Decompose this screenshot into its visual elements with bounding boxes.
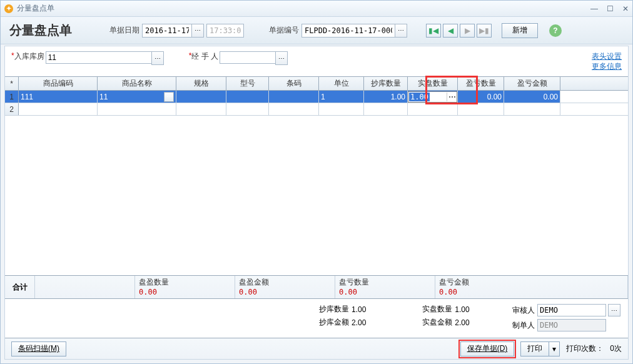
warehouse-lookup-button[interactable]: ⋯ (151, 51, 164, 65)
warehouse-input[interactable] (46, 51, 152, 64)
new-button[interactable]: 新增 (502, 23, 538, 38)
handler-label: 经 手 人 (191, 51, 218, 62)
date-input[interactable] (142, 24, 192, 38)
help-icon[interactable]: ? (549, 24, 562, 37)
nav-first-button[interactable]: ▮◀ (426, 24, 441, 38)
copy-qty-value: 1.00 (352, 305, 366, 314)
real-amt-label: 实盘金额 (422, 317, 452, 328)
nav-buttons: ▮◀ ◀ ▶ ▶▮ (426, 24, 492, 38)
cell-name[interactable]: 11 ⋯ (98, 91, 176, 103)
maximize-button[interactable]: ☐ (607, 4, 614, 13)
save-button[interactable]: 保存单据(D) (460, 341, 515, 356)
auditor-label: 审核人 (512, 305, 535, 316)
nav-last-button[interactable]: ▶▮ (477, 24, 492, 38)
print-button[interactable]: 打印 (520, 341, 549, 356)
cell-diff-qty[interactable] (458, 103, 504, 115)
cell-model[interactable] (226, 91, 269, 103)
copy-amt-value: 2.00 (352, 318, 366, 327)
auditor-input[interactable] (537, 304, 606, 316)
totals-label: 合计 (5, 276, 35, 298)
cell-copy-qty[interactable] (364, 103, 408, 115)
close-button[interactable]: ✕ (622, 4, 629, 13)
header-setting-link[interactable]: 表头设置 (592, 51, 622, 61)
col-real-qty[interactable]: 实盘数量 (408, 77, 458, 90)
cell-diff-amt[interactable]: 0.00 (504, 91, 560, 103)
time-input[interactable] (206, 24, 244, 38)
cell-unit[interactable]: 1 (319, 91, 364, 103)
grid-header: * 商品编码 商品名称 规格 型号 条码 单位 抄库数量 实盘数量 盈亏数量 盈… (5, 77, 628, 91)
data-grid: * 商品编码 商品名称 规格 型号 条码 单位 抄库数量 实盘数量 盈亏数量 盈… (5, 76, 628, 116)
row-number: 2 (5, 103, 19, 115)
header: 分量盘点单 单据日期 ⋯ 单据编号 ⋯ ▮◀ ◀ ▶ ▶▮ 新增 ? (1, 17, 632, 44)
warehouse-label: 入库库房 (14, 51, 44, 62)
footer: 条码扫描(M) 保存单据(D) 打印 ▾ 打印次数： 0次 (5, 338, 628, 359)
col-star[interactable]: * (5, 77, 19, 90)
docno-input[interactable] (301, 24, 395, 38)
summary-bar: 抄库数量 1.00 抄库金额 2.00 实盘数量 1.00 实盘金额 2.00 … (5, 300, 628, 336)
cell-spec[interactable] (176, 91, 226, 103)
window: ✦ 分量盘点单 — ☐ ✕ 分量盘点单 单据日期 ⋯ 单据编号 ⋯ ▮◀ ◀ ▶… (0, 0, 633, 364)
real-qty-label: 实盘数量 (422, 304, 452, 315)
real-qty-editor[interactable]: 1.00 ⋯ (408, 91, 457, 103)
print-count-label: 打印次数： (566, 343, 604, 354)
barcode-scan-button[interactable]: 条码扫描(M) (11, 341, 66, 356)
surplus-qty-label: 盘盈数量 (139, 277, 231, 288)
deficit-amt-label: 盘亏金额 (439, 277, 624, 288)
more-info-link[interactable]: 更多信息 (592, 61, 622, 71)
cell-unit[interactable] (319, 103, 364, 115)
cell-code[interactable]: 111 (19, 91, 98, 103)
nav-prev-button[interactable]: ◀ (443, 24, 458, 38)
window-title: 分量盘点单 (17, 3, 54, 14)
print-count-value: 0次 (610, 343, 622, 354)
table-row[interactable]: 1 111 11 ⋯ 1 1.00 1.00 ⋯ 0.00 0 (5, 91, 628, 103)
handler-lookup-button[interactable]: ⋯ (275, 51, 288, 65)
cell-diff-qty[interactable]: 0.00 (458, 91, 504, 103)
copy-qty-label: 抄库数量 (319, 304, 349, 315)
titlebar: ✦ 分量盘点单 — ☐ ✕ (1, 1, 632, 17)
col-name[interactable]: 商品名称 (98, 77, 176, 90)
col-code[interactable]: 商品编码 (19, 77, 98, 90)
filter-bar: * 入库库房 ⋯ * 经 手 人 ⋯ 表头设置 更多信息 (5, 46, 628, 76)
print-dropdown-button[interactable]: ▾ (549, 341, 560, 356)
handler-input[interactable] (220, 51, 276, 64)
cell-name[interactable] (98, 103, 176, 115)
name-lookup-button[interactable]: ⋯ (164, 92, 174, 102)
docno-lookup-button[interactable]: ⋯ (395, 24, 407, 38)
col-model[interactable]: 型号 (226, 77, 269, 90)
docno-label: 单据编号 (269, 25, 299, 36)
col-diff-qty[interactable]: 盈亏数量 (458, 77, 504, 90)
surplus-amt-label: 盘盈金额 (239, 277, 331, 288)
cell-copy-qty[interactable]: 1.00 (364, 91, 408, 103)
col-unit[interactable]: 单位 (319, 77, 364, 90)
col-spec[interactable]: 规格 (176, 77, 226, 90)
real-qty-lookup-button[interactable]: ⋯ (447, 93, 457, 101)
cell-barcode[interactable] (269, 91, 319, 103)
date-label: 单据日期 (109, 25, 139, 36)
cell-code[interactable] (19, 103, 98, 115)
maker-label: 制单人 (512, 320, 535, 331)
nav-next-button[interactable]: ▶ (460, 24, 475, 38)
col-diff-amt[interactable]: 盈亏金额 (504, 77, 560, 90)
deficit-amt-value: 0.00 (439, 288, 457, 296)
totals-bar: 合计 盘盈数量 0.00 盘盈金额 0.00 盘亏数量 0.00 盘亏金额 0.… (5, 275, 628, 299)
cell-real-qty[interactable]: 1.00 ⋯ (408, 91, 458, 103)
cell-spec[interactable] (176, 103, 226, 115)
auditor-lookup-button[interactable]: ⋯ (608, 304, 620, 316)
cell-real-qty[interactable] (408, 103, 458, 115)
app-icon: ✦ (4, 4, 13, 13)
row-number: 1 (5, 91, 19, 103)
minimize-button[interactable]: — (590, 4, 598, 13)
surplus-amt-value: 0.00 (239, 288, 257, 296)
table-row[interactable]: 2 (5, 103, 628, 116)
date-picker-button[interactable]: ⋯ (191, 24, 204, 38)
maker-input (537, 319, 606, 331)
col-barcode[interactable]: 条码 (269, 77, 319, 90)
surplus-qty-value: 0.00 (139, 288, 157, 296)
deficit-qty-label: 盘亏数量 (339, 277, 431, 288)
cell-diff-amt[interactable] (504, 103, 560, 115)
body: * 入库库房 ⋯ * 经 手 人 ⋯ 表头设置 更多信息 * 商品编码 商品名称… (4, 46, 629, 360)
real-amt-value: 2.00 (455, 318, 469, 327)
cell-model[interactable] (226, 103, 269, 115)
cell-barcode[interactable] (269, 103, 319, 115)
col-copy-qty[interactable]: 抄库数量 (364, 77, 408, 90)
